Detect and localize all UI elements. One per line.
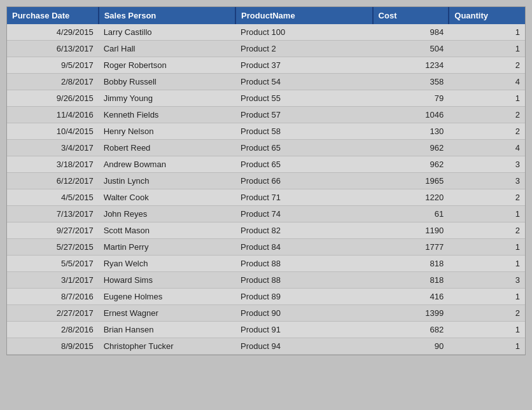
cell-quantity: 2 xyxy=(449,222,525,239)
cell-sales_person: Howard Sims xyxy=(99,272,235,289)
cell-sales_person: Brian Hansen xyxy=(99,322,235,338)
cell-product: Product 2 xyxy=(235,41,372,57)
cell-sales_person: Jimmy Young xyxy=(99,90,235,107)
cell-date: 5/5/2017 xyxy=(7,256,99,272)
cell-product: Product 91 xyxy=(235,322,372,338)
cell-sales_person: Scott Mason xyxy=(99,222,235,239)
table-row: 2/8/2017Bobby RussellProduct 543584 xyxy=(7,74,525,90)
table-row: 6/13/2017Carl HallProduct 25041 xyxy=(7,41,525,57)
table-row: 5/5/2017Ryan WelchProduct 888181 xyxy=(7,256,525,272)
cell-product: Product 58 xyxy=(235,123,372,140)
cell-product: Product 57 xyxy=(235,107,372,123)
cell-sales_person: Ryan Welch xyxy=(99,256,235,272)
cell-date: 9/27/2017 xyxy=(7,222,99,239)
cell-date: 11/4/2016 xyxy=(7,107,99,123)
table-row: 7/13/2017John ReyesProduct 74611 xyxy=(7,206,525,222)
cell-sales_person: Justin Lynch xyxy=(99,173,235,189)
cell-date: 4/5/2015 xyxy=(7,189,99,206)
column-header-product: ProductName xyxy=(235,7,372,24)
cell-cost: 416 xyxy=(373,289,449,305)
cell-date: 2/8/2016 xyxy=(7,322,99,338)
cell-date: 3/1/2017 xyxy=(7,272,99,289)
cell-sales_person: Andrew Bowman xyxy=(99,156,235,173)
cell-sales_person: Kenneth Fields xyxy=(99,107,235,123)
cell-cost: 818 xyxy=(373,272,449,289)
column-header-date: Purchase Date xyxy=(7,7,99,24)
cell-product: Product 90 xyxy=(235,305,372,322)
cell-product: Product 82 xyxy=(235,222,372,239)
cell-cost: 962 xyxy=(373,140,449,156)
cell-cost: 504 xyxy=(373,41,449,57)
cell-sales_person: Martin Perry xyxy=(99,239,235,256)
cell-quantity: 1 xyxy=(449,338,525,355)
table-row: 4/29/2015Larry CastilloProduct 1009841 xyxy=(7,24,525,41)
cell-sales_person: Eugene Holmes xyxy=(99,289,235,305)
table-row: 8/9/2015Christopher TuckerProduct 94901 xyxy=(7,338,525,355)
table-row: 3/1/2017Howard SimsProduct 888183 xyxy=(7,272,525,289)
cell-date: 3/18/2017 xyxy=(7,156,99,173)
cell-cost: 130 xyxy=(373,123,449,140)
table-row: 3/18/2017Andrew BowmanProduct 659623 xyxy=(7,156,525,173)
cell-cost: 61 xyxy=(373,206,449,222)
cell-date: 9/26/2015 xyxy=(7,90,99,107)
cell-date: 3/4/2017 xyxy=(7,140,99,156)
cell-cost: 1234 xyxy=(373,57,449,74)
data-table: Purchase DateSales PersonProductNameCost… xyxy=(6,6,526,355)
cell-quantity: 1 xyxy=(449,206,525,222)
cell-quantity: 2 xyxy=(449,305,525,322)
cell-sales_person: Carl Hall xyxy=(99,41,235,57)
cell-product: Product 54 xyxy=(235,74,372,90)
cell-cost: 1965 xyxy=(373,173,449,189)
cell-date: 10/4/2015 xyxy=(7,123,99,140)
cell-cost: 1046 xyxy=(373,107,449,123)
cell-quantity: 1 xyxy=(449,24,525,41)
cell-sales_person: Walter Cook xyxy=(99,189,235,206)
cell-quantity: 1 xyxy=(449,322,525,338)
cell-cost: 79 xyxy=(373,90,449,107)
table-row: 2/8/2016Brian HansenProduct 916821 xyxy=(7,322,525,338)
cell-cost: 90 xyxy=(373,338,449,355)
cell-quantity: 2 xyxy=(449,107,525,123)
cell-quantity: 3 xyxy=(449,173,525,189)
cell-product: Product 94 xyxy=(235,338,372,355)
cell-quantity: 1 xyxy=(449,289,525,305)
table-row: 9/27/2017Scott MasonProduct 8211902 xyxy=(7,222,525,239)
cell-quantity: 1 xyxy=(449,90,525,107)
cell-quantity: 2 xyxy=(449,189,525,206)
cell-cost: 358 xyxy=(373,74,449,90)
cell-quantity: 1 xyxy=(449,41,525,57)
cell-cost: 682 xyxy=(373,322,449,338)
cell-quantity: 1 xyxy=(449,256,525,272)
table-row: 10/4/2015Henry NelsonProduct 581302 xyxy=(7,123,525,140)
cell-product: Product 66 xyxy=(235,173,372,189)
cell-date: 8/7/2016 xyxy=(7,289,99,305)
table-row: 9/5/2017Roger RobertsonProduct 3712342 xyxy=(7,57,525,74)
cell-quantity: 4 xyxy=(449,74,525,90)
cell-date: 5/27/2015 xyxy=(7,239,99,256)
cell-date: 2/8/2017 xyxy=(7,74,99,90)
cell-product: Product 89 xyxy=(235,289,372,305)
cell-sales_person: Bobby Russell xyxy=(99,74,235,90)
cell-cost: 1399 xyxy=(373,305,449,322)
cell-product: Product 100 xyxy=(235,24,372,41)
table-row: 11/4/2016Kenneth FieldsProduct 5710462 xyxy=(7,107,525,123)
table-row: 5/27/2015Martin PerryProduct 8417771 xyxy=(7,239,525,256)
cell-cost: 818 xyxy=(373,256,449,272)
cell-date: 8/9/2015 xyxy=(7,338,99,355)
table-row: 4/5/2015Walter CookProduct 7112202 xyxy=(7,189,525,206)
cell-sales_person: Larry Castillo xyxy=(99,24,235,41)
cell-date: 2/27/2017 xyxy=(7,305,99,322)
cell-quantity: 2 xyxy=(449,57,525,74)
cell-quantity: 3 xyxy=(449,156,525,173)
table-row: 6/12/2017Justin LynchProduct 6619653 xyxy=(7,173,525,189)
cell-sales_person: Christopher Tucker xyxy=(99,338,235,355)
column-header-cost: Cost xyxy=(373,7,449,24)
cell-quantity: 1 xyxy=(449,239,525,256)
cell-product: Product 65 xyxy=(235,140,372,156)
cell-cost: 984 xyxy=(373,24,449,41)
cell-product: Product 65 xyxy=(235,156,372,173)
cell-product: Product 71 xyxy=(235,189,372,206)
cell-sales_person: John Reyes xyxy=(99,206,235,222)
cell-date: 6/13/2017 xyxy=(7,41,99,57)
table-row: 8/7/2016Eugene HolmesProduct 894161 xyxy=(7,289,525,305)
